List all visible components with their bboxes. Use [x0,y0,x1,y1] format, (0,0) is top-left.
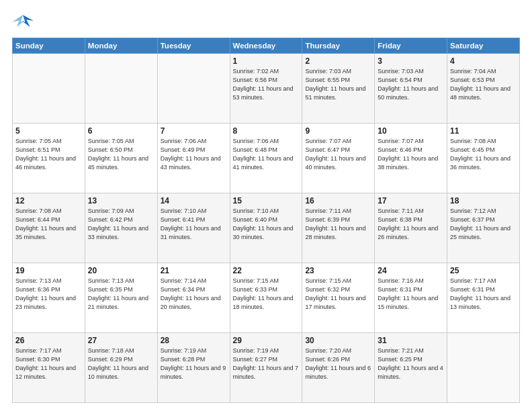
day-info: Sunrise: 7:21 AMSunset: 6:25 PMDaylight:… [378,347,444,381]
day-number: 11 [450,126,517,136]
calendar-cell: 13Sunrise: 7:09 AMSunset: 6:42 PMDayligh… [85,193,157,263]
weekday-header-tuesday: Tuesday [157,38,230,54]
day-info: Sunrise: 7:10 AMSunset: 6:40 PMDaylight:… [233,207,300,242]
day-info: Sunrise: 7:19 AMSunset: 6:27 PMDaylight:… [233,347,300,381]
day-info: Sunrise: 7:07 AMSunset: 6:47 PMDaylight:… [305,137,371,172]
calendar-cell: 31Sunrise: 7:21 AMSunset: 6:25 PMDayligh… [375,333,447,403]
day-number: 24 [378,266,444,275]
day-number: 26 [15,336,82,345]
calendar-cell: 18Sunrise: 7:12 AMSunset: 6:37 PMDayligh… [447,193,520,263]
day-number: 6 [88,126,154,136]
calendar-cell: 25Sunrise: 7:17 AMSunset: 6:31 PMDayligh… [447,263,520,333]
day-info: Sunrise: 7:07 AMSunset: 6:46 PMDaylight:… [378,137,444,172]
header [12,12,520,31]
day-number: 30 [305,336,371,345]
calendar-week-3: 12Sunrise: 7:08 AMSunset: 6:44 PMDayligh… [13,193,520,263]
day-info: Sunrise: 7:08 AMSunset: 6:44 PMDaylight:… [15,207,82,242]
day-number: 10 [378,126,444,136]
calendar-cell: 21Sunrise: 7:14 AMSunset: 6:34 PMDayligh… [157,263,230,333]
day-number: 19 [15,266,82,275]
calendar-cell: 23Sunrise: 7:15 AMSunset: 6:32 PMDayligh… [302,263,375,333]
day-info: Sunrise: 7:17 AMSunset: 6:31 PMDaylight:… [450,277,517,312]
calendar-cell [157,54,230,124]
calendar-cell: 11Sunrise: 7:08 AMSunset: 6:45 PMDayligh… [447,124,520,193]
weekday-header-monday: Monday [85,38,157,54]
day-info: Sunrise: 7:12 AMSunset: 6:37 PMDaylight:… [450,207,517,242]
calendar-cell: 2Sunrise: 7:03 AMSunset: 6:55 PMDaylight… [302,54,375,124]
calendar-cell: 3Sunrise: 7:03 AMSunset: 6:54 PMDaylight… [375,54,447,124]
weekday-header-saturday: Saturday [447,38,520,54]
logo-bird-icon [12,12,34,31]
day-number: 12 [15,196,82,205]
day-info: Sunrise: 7:14 AMSunset: 6:34 PMDaylight:… [161,277,227,312]
day-number: 31 [378,336,444,345]
day-number: 25 [450,266,517,275]
day-info: Sunrise: 7:06 AMSunset: 6:48 PMDaylight:… [233,137,300,172]
calendar-cell: 16Sunrise: 7:11 AMSunset: 6:39 PMDayligh… [302,193,375,263]
day-number: 20 [88,266,154,275]
day-number: 3 [378,56,444,66]
day-info: Sunrise: 7:09 AMSunset: 6:42 PMDaylight:… [88,207,154,242]
calendar-cell: 12Sunrise: 7:08 AMSunset: 6:44 PMDayligh… [13,193,85,263]
calendar-cell: 14Sunrise: 7:10 AMSunset: 6:41 PMDayligh… [157,193,230,263]
calendar-cell: 20Sunrise: 7:13 AMSunset: 6:35 PMDayligh… [85,263,157,333]
day-info: Sunrise: 7:08 AMSunset: 6:45 PMDaylight:… [450,137,517,172]
calendar-cell: 22Sunrise: 7:15 AMSunset: 6:33 PMDayligh… [230,263,302,333]
day-info: Sunrise: 7:15 AMSunset: 6:32 PMDaylight:… [305,277,371,312]
weekday-header-thursday: Thursday [302,38,375,54]
calendar-cell: 10Sunrise: 7:07 AMSunset: 6:46 PMDayligh… [375,124,447,193]
day-number: 28 [161,336,227,345]
logo [12,12,36,31]
day-info: Sunrise: 7:19 AMSunset: 6:28 PMDaylight:… [161,347,227,381]
day-number: 21 [161,266,227,275]
day-number: 16 [305,196,371,205]
day-number: 22 [233,266,300,275]
svg-marker-0 [21,15,34,27]
day-number: 5 [15,126,82,136]
calendar-cell: 5Sunrise: 7:05 AMSunset: 6:51 PMDaylight… [13,124,85,193]
weekday-header-friday: Friday [375,38,447,54]
calendar-cell [13,54,85,124]
day-number: 14 [161,196,227,205]
weekday-header-wednesday: Wednesday [230,38,302,54]
day-info: Sunrise: 7:20 AMSunset: 6:26 PMDaylight:… [305,347,371,381]
calendar-cell: 9Sunrise: 7:07 AMSunset: 6:47 PMDaylight… [302,124,375,193]
day-number: 15 [233,196,300,205]
calendar-cell: 17Sunrise: 7:11 AMSunset: 6:38 PMDayligh… [375,193,447,263]
calendar-week-2: 5Sunrise: 7:05 AMSunset: 6:51 PMDaylight… [13,124,520,193]
svg-marker-1 [12,15,24,27]
day-info: Sunrise: 7:15 AMSunset: 6:33 PMDaylight:… [233,277,300,312]
calendar-cell: 28Sunrise: 7:19 AMSunset: 6:28 PMDayligh… [157,333,230,403]
day-info: Sunrise: 7:06 AMSunset: 6:49 PMDaylight:… [161,137,227,172]
calendar-cell: 30Sunrise: 7:20 AMSunset: 6:26 PMDayligh… [302,333,375,403]
weekday-header-row: SundayMondayTuesdayWednesdayThursdayFrid… [13,38,520,54]
calendar-cell: 19Sunrise: 7:13 AMSunset: 6:36 PMDayligh… [13,263,85,333]
day-info: Sunrise: 7:11 AMSunset: 6:38 PMDaylight:… [378,207,444,242]
day-info: Sunrise: 7:13 AMSunset: 6:35 PMDaylight:… [88,277,154,312]
day-number: 13 [88,196,154,205]
day-info: Sunrise: 7:02 AMSunset: 6:56 PMDaylight:… [233,67,300,102]
day-info: Sunrise: 7:04 AMSunset: 6:53 PMDaylight:… [450,67,517,102]
calendar-week-5: 26Sunrise: 7:17 AMSunset: 6:30 PMDayligh… [13,333,520,403]
page: SundayMondayTuesdayWednesdayThursdayFrid… [0,0,532,411]
day-number: 2 [305,56,371,66]
calendar-cell: 4Sunrise: 7:04 AMSunset: 6:53 PMDaylight… [447,54,520,124]
weekday-header-sunday: Sunday [13,38,85,54]
day-info: Sunrise: 7:05 AMSunset: 6:50 PMDaylight:… [88,137,154,172]
calendar-cell: 15Sunrise: 7:10 AMSunset: 6:40 PMDayligh… [230,193,302,263]
day-number: 29 [233,336,300,345]
day-info: Sunrise: 7:03 AMSunset: 6:54 PMDaylight:… [378,67,444,102]
day-info: Sunrise: 7:05 AMSunset: 6:51 PMDaylight:… [15,137,82,172]
calendar-week-4: 19Sunrise: 7:13 AMSunset: 6:36 PMDayligh… [13,263,520,333]
day-number: 9 [305,126,371,136]
day-number: 8 [233,126,300,136]
calendar-cell: 8Sunrise: 7:06 AMSunset: 6:48 PMDaylight… [230,124,302,193]
calendar-cell: 24Sunrise: 7:16 AMSunset: 6:31 PMDayligh… [375,263,447,333]
day-info: Sunrise: 7:18 AMSunset: 6:29 PMDaylight:… [88,347,154,381]
day-number: 23 [305,266,371,275]
day-number: 27 [88,336,154,345]
calendar-cell: 29Sunrise: 7:19 AMSunset: 6:27 PMDayligh… [230,333,302,403]
day-number: 18 [450,196,517,205]
calendar-table: SundayMondayTuesdayWednesdayThursdayFrid… [12,38,520,403]
day-info: Sunrise: 7:03 AMSunset: 6:55 PMDaylight:… [305,67,371,102]
